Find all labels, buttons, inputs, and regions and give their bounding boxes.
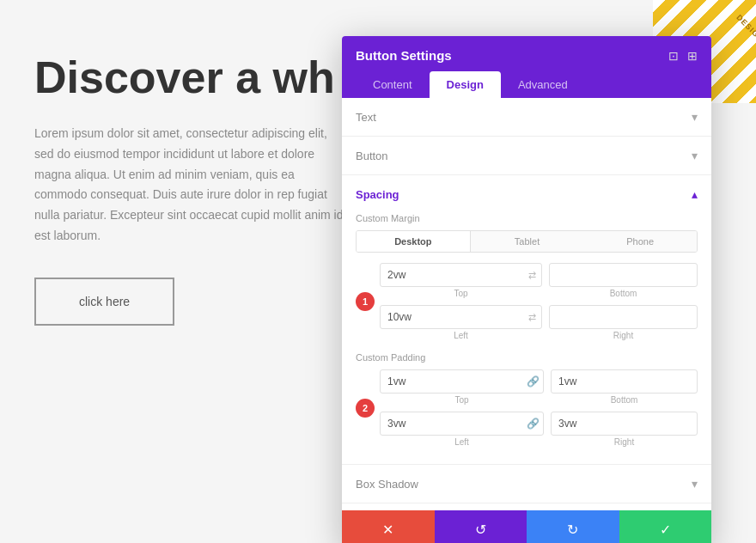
margin-top-link-icon[interactable]: ⇄	[523, 270, 541, 281]
panel-header: Button Settings ⊡ ⊞ Content Design Advan…	[342, 36, 711, 98]
padding-right-label: Right	[551, 437, 698, 447]
step-badge-1: 1	[356, 292, 375, 311]
padding-left-link-icon[interactable]: 🔗	[523, 418, 543, 430]
padding-row: 2 🔗 Top Bot	[380, 369, 698, 447]
padding-left-group: 🔗 Left	[380, 412, 544, 447]
section-box-shadow-label: Box Shadow	[356, 478, 418, 491]
padding-top-wrapper: 🔗	[380, 369, 544, 394]
device-tab-tablet[interactable]: Tablet	[471, 231, 584, 252]
margin-right-input[interactable]	[550, 306, 697, 328]
section-text-label: Text	[356, 111, 376, 124]
panel-tabs: Content Design Advanced	[356, 71, 698, 98]
spacing-body: Custom Margin Desktop Tablet Phone 1 ⇄	[342, 213, 711, 464]
padding-top-group: 🔗 Top	[380, 369, 544, 405]
tab-content[interactable]: Content	[356, 71, 430, 98]
padding-right-wrapper	[551, 412, 698, 436]
device-tab-desktop[interactable]: Desktop	[357, 231, 471, 252]
margin-bottom-label: Bottom	[549, 289, 698, 298]
text-chevron-icon: ▾	[692, 110, 698, 124]
padding-right-group: Right	[551, 412, 698, 447]
margin-top-wrapper: ⇄	[380, 263, 542, 287]
page-body-text: Lorem ipsum dolor sit amet, consectetur …	[34, 124, 344, 247]
custom-padding-label: Custom Padding	[356, 352, 698, 363]
cta-button[interactable]: click here	[34, 278, 174, 326]
custom-margin-label: Custom Margin	[356, 213, 698, 223]
panel-title: Button Settings	[356, 48, 452, 63]
section-filters[interactable]: Filters ▾	[342, 503, 711, 510]
margin-right-group: Right	[549, 305, 698, 340]
section-button-label: Button	[356, 149, 388, 162]
margin-left-wrapper: ⇄	[380, 305, 542, 329]
section-spacing: Spacing ▴ Custom Margin Desktop Tablet P…	[342, 175, 711, 465]
redo-button[interactable]: ↻	[527, 510, 619, 543]
spacing-label: Spacing	[356, 188, 399, 201]
padding-bottom-label: Bottom	[551, 395, 698, 405]
minimize-icon[interactable]: ⊡	[668, 49, 679, 63]
section-text[interactable]: Text ▾	[342, 98, 711, 137]
margin-input-grid: ⇄ Top Bottom	[380, 263, 698, 340]
tab-design[interactable]: Design	[430, 71, 501, 98]
padding-top-input[interactable]	[381, 370, 523, 393]
device-tabs-margin: Desktop Tablet Phone	[356, 230, 698, 253]
padding-left-input[interactable]	[381, 412, 523, 435]
margin-right-wrapper	[549, 305, 698, 329]
margin-bottom-input[interactable]	[550, 264, 697, 286]
margin-bottom-group: Bottom	[549, 263, 698, 298]
cancel-button[interactable]: ✕	[342, 510, 435, 543]
undo-button[interactable]: ↺	[435, 510, 527, 543]
padding-top-link-icon[interactable]: 🔗	[523, 375, 543, 387]
margin-bottom-wrapper	[549, 263, 698, 287]
panel-footer: ✕ ↺ ↻ ✓	[342, 510, 711, 543]
padding-left-label: Left	[380, 437, 544, 447]
box-shadow-chevron-icon: ▾	[692, 477, 698, 491]
expand-icon[interactable]: ⊞	[687, 49, 698, 63]
padding-input-grid: 🔗 Top Bottom	[380, 369, 698, 447]
padding-top-label: Top	[380, 395, 544, 405]
panel-title-row: Button Settings ⊡ ⊞	[356, 48, 698, 63]
margin-left-label: Left	[380, 331, 542, 340]
margin-left-group: ⇄ Left	[380, 305, 542, 340]
margin-left-link-icon[interactable]: ⇄	[523, 312, 541, 323]
panel-header-icons: ⊡ ⊞	[668, 49, 698, 63]
margin-top-group: ⇄ Top	[380, 263, 542, 298]
margin-row: 1 ⇄ Top Bott	[380, 263, 698, 340]
spacing-header[interactable]: Spacing ▴	[342, 175, 711, 213]
margin-right-label: Right	[549, 331, 698, 340]
step-badge-2: 2	[356, 399, 375, 418]
section-box-shadow[interactable]: Box Shadow ▾	[342, 465, 711, 503]
margin-top-label: Top	[380, 289, 542, 298]
tab-advanced[interactable]: Advanced	[501, 71, 585, 98]
device-tab-phone[interactable]: Phone	[583, 231, 697, 252]
section-button[interactable]: Button ▾	[342, 137, 711, 175]
panel-body: Text ▾ Button ▾ Spacing ▴ Custom Margin …	[342, 98, 711, 510]
margin-top-input[interactable]	[381, 264, 523, 286]
padding-right-input[interactable]	[552, 412, 697, 435]
button-chevron-icon: ▾	[692, 149, 698, 162]
margin-left-input[interactable]	[381, 306, 523, 328]
spacing-chevron-icon: ▴	[692, 187, 698, 201]
padding-bottom-wrapper	[551, 369, 698, 394]
padding-bottom-input[interactable]	[552, 370, 697, 393]
save-button[interactable]: ✓	[619, 510, 712, 543]
padding-left-wrapper: 🔗	[380, 412, 544, 436]
settings-panel: Button Settings ⊡ ⊞ Content Design Advan…	[342, 36, 711, 543]
padding-bottom-group: Bottom	[551, 369, 698, 405]
